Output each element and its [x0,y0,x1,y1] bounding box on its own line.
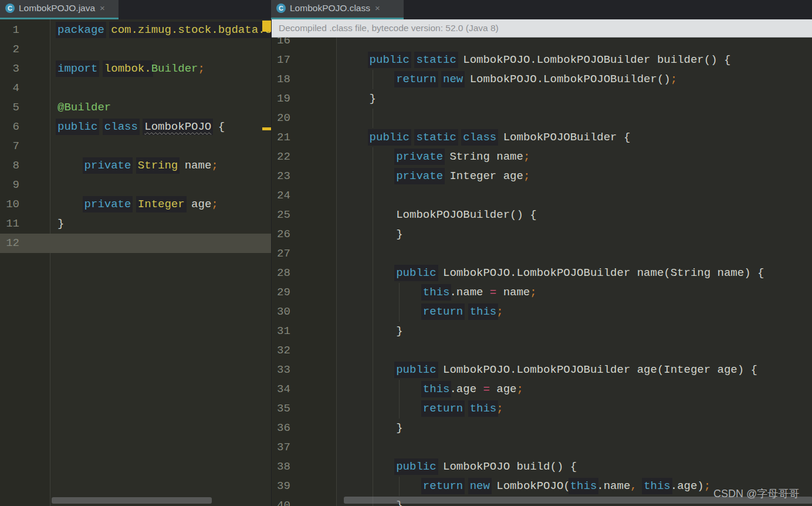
code-text: public static LombokPOJO.LombokPOJOBuild… [343,50,730,70]
code-line[interactable]: 5@Builder [0,98,271,117]
line-number: 36 [277,419,302,438]
line-number: 23 [277,167,302,186]
code-line[interactable]: 37 [272,438,812,457]
indent-guide [373,186,373,205]
line-number: 37 [277,438,302,457]
code-line[interactable]: 23 private Integer age; [272,167,812,186]
line-number: 2 [0,40,19,59]
code-line[interactable]: 33 public LombokPOJO.LombokPOJOBuilder a… [272,360,812,380]
decompiled-editor-pane[interactable]: 1617 public static LombokPOJO.LombokPOJO… [271,19,812,506]
code-line[interactable]: 32 [272,341,812,360]
code-line[interactable]: 6public class LombokPOJO { [0,117,271,137]
code-text: private Integer age; [343,167,530,186]
code-line[interactable]: 27 [272,244,812,264]
code-line[interactable]: 17 public static LombokPOJO.LombokPOJOBu… [272,50,812,70]
line-number: 18 [277,70,302,89]
tab-title: LombokPOJO.java [19,3,95,14]
code-line[interactable]: 35 return this; [272,399,812,419]
code-line[interactable]: 34 this.age = age; [272,380,812,399]
java-class-icon: C [276,4,286,13]
line-number: 17 [277,50,302,70]
code-token: ; [523,150,530,163]
code-line[interactable]: 25 LombokPOJOBuilder() { [272,205,812,225]
code-line[interactable]: 7 [0,137,271,156]
code-line[interactable]: 30 return this; [272,302,812,322]
code-line[interactable]: 10 private Integer age; [0,195,271,214]
code-token: static [414,129,458,146]
code-line[interactable]: 28 public LombokPOJO.LombokPOJOBuilder n… [272,264,812,283]
code-token: this [468,303,499,320]
code-token: ; [530,286,536,299]
tab-lombokpojo-java[interactable]: C LombokPOJO.java × [0,0,119,19]
line-number: 1 [0,21,19,40]
code-line[interactable]: 18 return new LombokPOJO.LombokPOJOBuild… [272,70,812,89]
code-text: return this; [343,399,503,419]
code-line[interactable]: 8 private String name; [0,156,271,176]
code-text: private Integer age; [57,195,218,214]
code-line[interactable]: 20 [272,109,812,128]
source-editor-pane[interactable]: 1package com.zimug.stock.bgdata.en23impo… [0,19,271,506]
code-line[interactable]: 4 [0,79,271,98]
code-text: this.name = name; [343,283,537,302]
line-number: 11 [0,214,19,234]
code-line[interactable]: 21 public static class LombokPOJOBuilder… [272,128,812,147]
code-text: private String name; [343,147,530,167]
code-token: ; [211,159,218,172]
code-text: private String name; [57,156,218,176]
code-text: return new LombokPOJO(this.name, this.ag… [343,477,710,496]
close-icon[interactable]: × [100,4,105,12]
code-text: } [57,214,64,234]
code-line[interactable]: 29 this.name = name; [272,283,812,302]
code-token: .age [449,383,483,396]
tab-lombokpojo-class[interactable]: C LombokPOJO.class × [271,0,404,19]
code-token: package [56,22,106,38]
line-number: 20 [277,109,302,128]
code-token: private [394,168,445,184]
code-line[interactable]: 9 [0,176,271,195]
code-line[interactable]: 22 private String name; [272,147,812,167]
line-number: 26 [277,225,302,244]
code-token: String name [443,150,523,163]
code-token: , [630,480,637,492]
code-token: LombokPOJOBuilder() { [396,208,536,221]
tab-title: LombokPOJO.class [290,3,370,14]
code-line[interactable]: 19 } [272,89,812,109]
code-token: ; [671,73,677,86]
code-line[interactable]: 36 } [272,419,812,438]
code-line[interactable]: 2 [0,40,271,59]
code-token: class [461,129,498,146]
code-text: package com.zimug.stock.bgdata.en [57,21,271,40]
code-line[interactable]: 1package com.zimug.stock.bgdata.en [0,21,271,40]
editor-tab-bar: C LombokPOJO.java × C LombokPOJO.class × [0,0,812,19]
code-text: public LombokPOJO.LombokPOJOBuilder name… [343,264,764,283]
code-token: private [83,157,133,174]
code-text: return new LombokPOJO.LombokPOJOBuilder(… [343,70,677,89]
code-line[interactable]: 38 public LombokPOJO build() { [272,457,812,477]
line-number: 21 [277,128,302,147]
line-number: 7 [0,137,19,156]
code-line[interactable]: 3import lombok.Builder; [0,59,271,79]
code-token: String [136,157,180,174]
code-line[interactable]: 24 [272,186,812,205]
code-token: LombokPOJO.LombokPOJOBuilder builder() { [463,53,730,66]
close-icon[interactable]: × [375,4,380,12]
code-line[interactable]: 11} [0,214,271,234]
code-token: { [211,120,225,133]
line-number: 5 [0,98,19,117]
code-token [178,159,184,172]
warning-stripe-mark[interactable] [262,127,271,130]
code-token: private [83,196,133,212]
code-text: this.age = age; [343,380,523,399]
horizontal-scrollbar[interactable] [52,497,212,504]
code-line[interactable]: 26 } [272,225,812,244]
code-line[interactable]: 31 } [272,322,812,341]
code-token: age [490,383,517,396]
code-token: new [441,71,465,87]
line-number: 35 [277,399,302,419]
code-token: Integer [136,196,187,212]
code-token: @Builder [57,101,111,114]
code-token: } [370,92,376,105]
line-number: 39 [277,477,302,496]
code-line-current[interactable]: 12 [0,234,271,253]
warning-stripe-mark[interactable] [262,21,271,32]
